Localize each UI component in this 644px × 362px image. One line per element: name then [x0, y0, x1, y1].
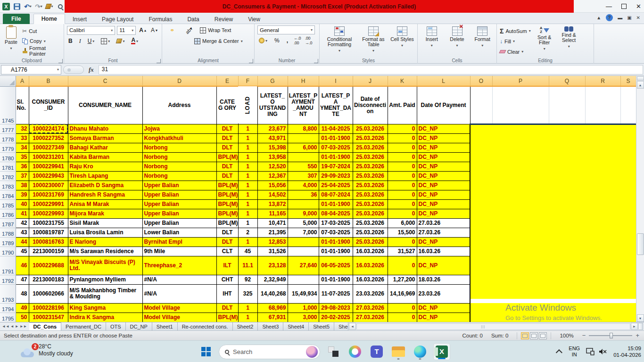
align-center-button[interactable]	[171, 40, 173, 42]
cell[interactable]: Luisa Brosila Lamin	[68, 228, 142, 237]
cell[interactable]: Norbong	[142, 143, 216, 152]
cell[interactable]: 0	[388, 181, 417, 190]
cell[interactable]: 17-03-2025	[319, 218, 353, 228]
yellow-region-cell[interactable]	[470, 313, 636, 322]
cell[interactable]: 2	[238, 228, 257, 237]
cell[interactable]: DLT	[216, 303, 238, 313]
cell[interactable]: 25.03.2026	[353, 228, 388, 237]
cell[interactable]: Kongkhatkhuli	[142, 133, 216, 143]
cell[interactable]: 1	[238, 209, 257, 218]
cell[interactable]: Sisil Marak	[68, 218, 142, 228]
cell[interactable]: 0	[388, 190, 417, 199]
cell[interactable]: Somaya Barman	[68, 133, 142, 143]
header-cell[interactable]: LOAD	[238, 86, 257, 124]
cell[interactable]: 6,000	[288, 143, 319, 152]
cell[interactable]: 14,502	[257, 190, 288, 199]
cast-icon[interactable]	[586, 348, 594, 355]
paste-button[interactable]: Paste ▾	[3, 25, 19, 56]
prev-sheet-icon[interactable]: ◄	[10, 324, 14, 329]
cell[interactable]: 23.03.26	[417, 284, 470, 303]
cell[interactable]: 01-01-1900	[319, 247, 353, 256]
format-cells-button[interactable]: Format▾	[471, 25, 494, 56]
cell[interactable]: 550	[288, 162, 319, 171]
cell[interactable]: Mijora Marak	[68, 209, 142, 218]
cell[interactable]: King Sangma	[68, 303, 142, 313]
yellow-region-cell[interactable]	[470, 247, 636, 256]
yellow-region-cell[interactable]	[470, 275, 636, 284]
cell[interactable]: 31,526	[257, 247, 288, 256]
hscroll-left-icon[interactable]: ◄	[349, 323, 356, 330]
header-cell[interactable]: Amt. Paid	[388, 86, 417, 124]
sheet-tab-sheet2[interactable]: Sheet2	[233, 322, 258, 330]
taskbar-item-file-explorer[interactable]	[390, 343, 407, 360]
cell[interactable]: 3,000	[288, 313, 319, 322]
column-header-J[interactable]: J	[353, 76, 388, 86]
cell[interactable]: 25.03.2026	[353, 199, 388, 209]
cell[interactable]: 01-01-1900	[319, 275, 353, 284]
cell[interactable]: 27.03.2026	[353, 313, 388, 322]
font-name-select[interactable]: Calibri▾	[67, 26, 115, 35]
autosum-button[interactable]: ΣAutoSum ▾	[500, 26, 531, 35]
cell[interactable]: 0	[388, 237, 417, 247]
tab-file[interactable]: File	[3, 14, 30, 24]
sheet-tab-ots[interactable]: OTS	[106, 322, 126, 330]
font-size-select[interactable]: 11▾	[117, 26, 136, 35]
cell[interactable]: DLT	[216, 133, 238, 143]
fx-icon[interactable]: fx	[86, 66, 97, 74]
cell[interactable]: 1	[238, 181, 257, 190]
tab-formulas[interactable]: Formulas	[141, 15, 180, 24]
cell[interactable]: DC_NP	[417, 190, 470, 199]
clear-button[interactable]: Clear ▾	[500, 47, 531, 56]
column-header-Q[interactable]: Q	[549, 76, 585, 86]
yellow-region-cell[interactable]	[470, 209, 636, 218]
cell[interactable]: 1	[238, 171, 257, 181]
cell[interactable]: 1	[238, 237, 257, 247]
cell[interactable]: 25-04-2025	[319, 181, 353, 190]
row-number[interactable]: 1777	[0, 124, 16, 133]
undo-icon[interactable]: ↶▾	[24, 2, 32, 11]
cell[interactable]: 1000229993	[29, 209, 68, 218]
cell[interactable]: 1000229991	[29, 199, 68, 209]
empty-cell[interactable]	[492, 86, 549, 124]
yellow-region-cell[interactable]	[470, 199, 636, 209]
next-sheet-icon[interactable]: ►	[15, 324, 19, 329]
cell[interactable]: 33	[16, 133, 29, 143]
yellow-region-cell[interactable]	[470, 162, 636, 171]
cell[interactable]: Model Village	[142, 313, 216, 322]
cell[interactable]: DLT	[216, 228, 238, 237]
cell[interactable]: 25.03.2026	[353, 152, 388, 162]
column-header-C[interactable]: C	[68, 76, 142, 86]
header-cell[interactable]: CONSUMER_NAME	[68, 86, 142, 124]
cell[interactable]: Upper Balian	[142, 190, 216, 199]
sheet-tab-sheet3[interactable]: Sheet3	[258, 322, 283, 330]
cell[interactable]: 15,398	[257, 143, 288, 152]
cell[interactable]: 25.03.2026	[353, 143, 388, 152]
cut-button[interactable]: ✂Cut	[22, 26, 61, 36]
sheet-tab-dc-cons[interactable]: DC_Cons	[29, 322, 62, 330]
cell[interactable]: 25.03.2026	[353, 162, 388, 171]
sheet-tab-sheet4[interactable]: Sheet4	[283, 322, 309, 330]
cell[interactable]: 16.03.2026	[353, 256, 388, 275]
cell[interactable]: 25.03.2026	[353, 124, 388, 133]
cell[interactable]: E Narlong	[68, 237, 142, 247]
cell[interactable]: 307	[288, 171, 319, 181]
zoom-in-icon[interactable]: +	[636, 333, 639, 338]
cell[interactable]: 2,32,949	[257, 275, 288, 284]
cell[interactable]: M/S Makhanbhog Timber & Moulding	[68, 284, 142, 303]
yellow-region-cell[interactable]	[470, 218, 636, 228]
cell[interactable]: 27.03.26	[417, 218, 470, 228]
cell[interactable]: 34	[16, 143, 29, 152]
fill-button[interactable]: ↓Fill ▾	[500, 37, 531, 46]
hscroll-split-handle[interactable]	[638, 323, 643, 330]
sheet-tab-sheet1[interactable]: Sheet1	[152, 322, 178, 330]
fill-color-icon[interactable]: ▾	[45, 2, 54, 11]
cell[interactable]: 4,000	[288, 181, 319, 190]
last-sheet-icon[interactable]: ►►	[20, 324, 27, 329]
cell[interactable]: 20-02-2025	[319, 313, 353, 322]
increase-decimal-button[interactable]: ←.0.00	[294, 36, 301, 45]
cell[interactable]: Norbong	[142, 171, 216, 181]
header-cell[interactable]: CATEG ORY	[216, 86, 238, 124]
cell[interactable]: 23,128	[257, 256, 288, 275]
cell[interactable]: BPL(M)	[216, 199, 238, 209]
cell[interactable]: DC_NP	[417, 256, 470, 275]
